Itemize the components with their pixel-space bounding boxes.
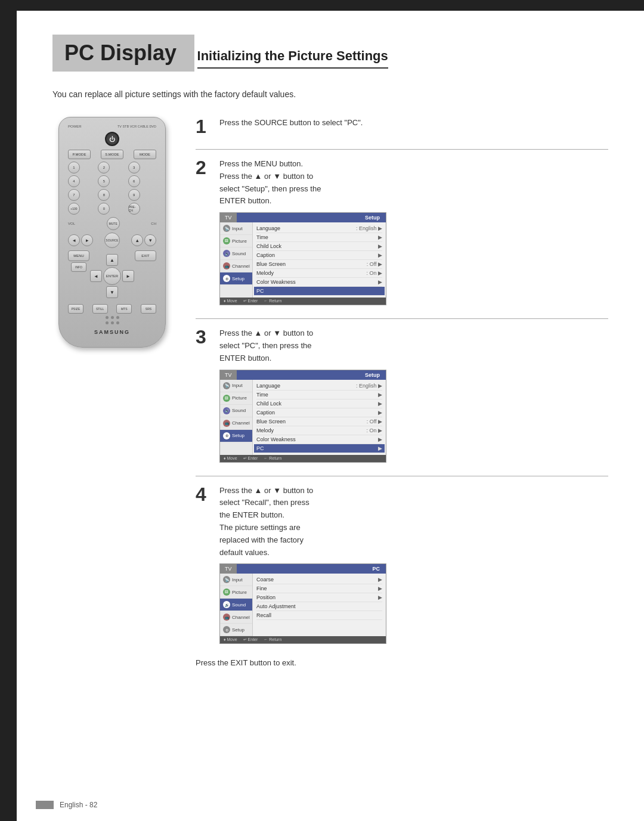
menu-row-fine: Fine▶ <box>256 584 382 593</box>
tv-menu-2-header-left: TV <box>220 370 237 380</box>
menu-row-bluescreen-2: Blue Screen: Off ▶ <box>256 417 382 426</box>
pmode-button[interactable]: P.MODE <box>68 150 91 159</box>
step-3-number: 3 <box>196 327 210 346</box>
btn-2[interactable]: 2 <box>98 162 110 174</box>
exit-text: Press the EXIT button to exit. <box>196 657 608 670</box>
sidebar-input-3: 📡 Input <box>220 574 252 586</box>
btn-3[interactable]: 3 <box>128 162 140 174</box>
tv-menu-3: TV PC 📡 Input 🖼 Pict <box>219 563 386 644</box>
footer-move-1: ♦ Move <box>224 299 237 303</box>
srs-button[interactable]: SRS <box>141 304 156 314</box>
step-3-content: Press the ▲ or ▼ button to select "PC", … <box>219 327 608 462</box>
tv-menu-3-footer: ♦ Move ↵ Enter ← Return <box>220 636 386 643</box>
sidebar-input-2: 📡 Input <box>220 380 252 392</box>
tv-menu-3-header-right: PC <box>237 564 386 574</box>
step-4-line3: the ENTER button. <box>219 510 284 519</box>
sidebar-picture-3: 🖼 Picture <box>220 586 252 599</box>
step-4-number: 4 <box>196 485 210 504</box>
setup-icon-3: ⚙ <box>223 626 230 633</box>
ch-down[interactable]: ▴ <box>131 234 143 246</box>
dot1 <box>106 316 109 319</box>
vol-mute-row: VOL MUTE CH <box>68 217 156 230</box>
btn-1[interactable]: 1 <box>68 162 80 174</box>
sidebar-sound-2: 🔊 Sound <box>220 405 252 417</box>
mode-button[interactable]: MODE <box>134 150 156 159</box>
tv-menu-1-header: TV Setup <box>220 213 386 222</box>
remote-label-power: POWER <box>68 125 82 128</box>
step-2-line3: select "Setup", then press the <box>219 184 321 193</box>
input-icon-2: 📡 <box>223 382 230 389</box>
step-4-text: Press the ▲ or ▼ button to select "Recal… <box>219 485 608 559</box>
ch-arrows: ▴ ▾ <box>131 234 156 246</box>
sidebar-channel-label-1: Channel <box>232 264 250 269</box>
btn-6[interactable]: 6 <box>128 175 140 187</box>
vol-down[interactable]: ◂ <box>68 234 80 246</box>
step-2-line2: Press the ▲ or ▼ button to <box>219 172 313 181</box>
enter-button[interactable]: ENTER <box>103 267 121 285</box>
btn-prech[interactable]: PRE-CH <box>128 203 140 215</box>
mute-button[interactable]: MUTE <box>107 217 120 230</box>
sidebar-input-label-3: Input <box>232 577 243 583</box>
sidebar-sound-1: 🔊 Sound <box>220 247 252 260</box>
tv-menu-2-footer: ♦ Move ↵ Enter ← Return <box>220 455 386 462</box>
step-divider-2 <box>196 318 608 319</box>
sidebar-sound-3: 🔊 Sound <box>220 599 252 611</box>
menu-button[interactable]: MENU <box>68 250 89 261</box>
intro-text: You can replace all picture settings wit… <box>52 89 608 99</box>
step-2-text: Press the MENU button. Press the ▲ or ▼ … <box>219 158 608 207</box>
source-button[interactable]: SOURCE <box>104 233 120 248</box>
dot5 <box>111 321 114 324</box>
nav-left[interactable]: ◄ <box>90 270 102 282</box>
info-button[interactable]: INFO <box>71 262 86 272</box>
section-title: Initializing the Picture Settings <box>197 48 388 69</box>
btn-5[interactable]: 5 <box>98 175 110 187</box>
footer-move-2: ♦ Move <box>224 456 237 461</box>
tv-menu-2-sidebar: 📡 Input 🖼 Picture 🔊 Sound <box>220 380 253 455</box>
still-button[interactable]: STILL <box>92 304 108 314</box>
menu-row-colorweakness-1: Color Weakness▶ <box>256 278 382 287</box>
btn-plus100[interactable]: +100 <box>68 203 80 215</box>
tv-menu-2-body: 📡 Input 🖼 Picture 🔊 Sound <box>220 380 386 455</box>
menu-row-language-1: Language: English ▶ <box>256 224 382 233</box>
menu-nav-area: MENU INFO ▲ ◄ ENTER ► ▼ <box>68 250 156 302</box>
btn-8[interactable]: 8 <box>98 189 110 201</box>
smode-button[interactable]: S.MODE <box>101 150 123 159</box>
menu-row-pc-1: PC <box>254 287 385 296</box>
setup-icon-1: ⚙ <box>223 275 230 282</box>
nav-right[interactable]: ► <box>122 270 134 282</box>
footer-return-2: ← Return <box>264 456 281 461</box>
sidebar-input-label-1: Input <box>232 226 243 231</box>
menu-row-time-2: Time▶ <box>256 391 382 399</box>
tv-menu-2-header-right: Setup <box>237 370 386 380</box>
picture-icon-1: 🖼 <box>223 237 230 244</box>
sidebar-setup-label-2: Setup <box>232 433 244 438</box>
nav-up[interactable]: ▲ <box>106 254 118 266</box>
menu-row-colorweakness-2: Color Weakness▶ <box>256 435 382 444</box>
menu-row-childlock-1: Child Lock▶ <box>256 242 382 251</box>
vol-label: VOL <box>68 222 75 225</box>
dot2 <box>111 316 114 319</box>
btn-4[interactable]: 4 <box>68 175 80 187</box>
psize-button[interactable]: PSIZE <box>68 304 83 314</box>
channel-icon-2: 📺 <box>223 420 230 427</box>
exit-button[interactable]: EXIT <box>135 250 156 261</box>
mode-buttons-row: P.MODE S.MODE MODE <box>68 150 156 159</box>
picture-icon-3: 🖼 <box>223 588 230 596</box>
btn-7[interactable]: 7 <box>68 189 80 201</box>
btn-0[interactable]: 0 <box>98 203 110 215</box>
vol-up[interactable]: ▸ <box>81 234 93 246</box>
ch-up[interactable]: ▾ <box>144 234 156 246</box>
tv-menu-1-body: 📡 Input 🖼 Picture 🔊 Sound <box>220 222 386 298</box>
mts-button[interactable]: MTS <box>116 304 132 314</box>
sidebar-channel-3: 📺 Channel <box>220 611 252 624</box>
tv-menu-2-header: TV Setup <box>220 370 386 380</box>
btn-9[interactable]: 9 <box>128 189 140 201</box>
tv-menu-2: TV Setup 📡 Input 🖼 P <box>219 370 386 463</box>
top-border <box>17 0 644 11</box>
setup-icon-2: ⚙ <box>223 432 230 439</box>
power-button[interactable]: ⏻ <box>105 132 119 146</box>
page-title: PC Display <box>64 41 177 66</box>
title-box: PC Display <box>52 35 194 72</box>
nav-down[interactable]: ▼ <box>106 286 118 298</box>
step-1-content: Press the SOURCE button to select "PC". <box>219 117 608 134</box>
